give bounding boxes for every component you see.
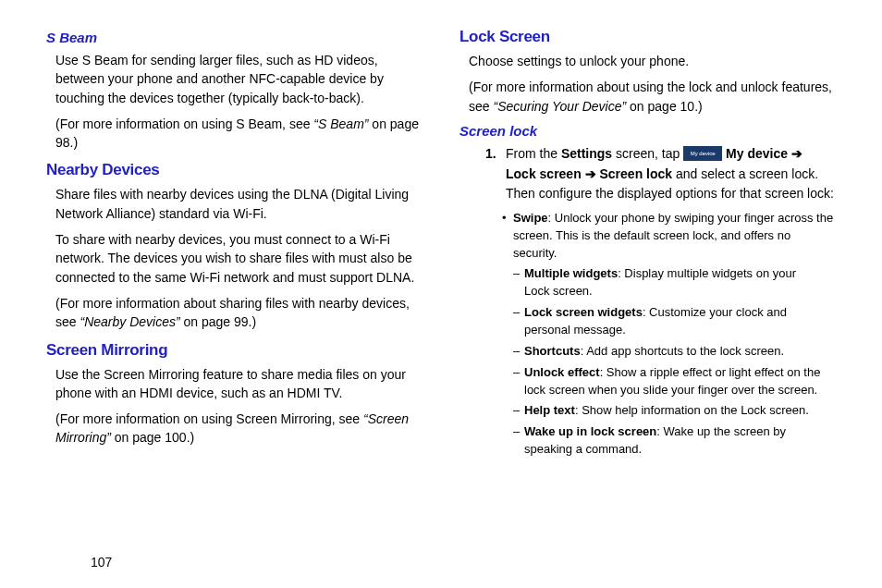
dash-marker: – bbox=[513, 402, 524, 420]
label: Swipe bbox=[513, 211, 548, 225]
text: on page 100.) bbox=[111, 430, 194, 445]
dash-marker: – bbox=[513, 423, 524, 459]
step-body: From the Settings screen, tap My device … bbox=[506, 144, 836, 204]
label: Lock screen widgets bbox=[524, 305, 643, 319]
mirror-p1: Use the Screen Mirroring feature to shar… bbox=[55, 365, 423, 403]
dash-marker: – bbox=[513, 265, 524, 300]
label: Multiple widgets bbox=[524, 266, 618, 280]
dash-marker: – bbox=[513, 304, 524, 339]
bullet-swipe: • Swipe: Unlock your phone by swiping yo… bbox=[502, 210, 836, 263]
text: on page 99.) bbox=[180, 314, 257, 329]
text: (For more information on using S Beam, s… bbox=[55, 116, 313, 131]
left-column: S Beam Use S Beam for sending larger fil… bbox=[46, 28, 423, 462]
label-settings: Settings bbox=[561, 146, 612, 161]
label: Unlock effect bbox=[524, 365, 600, 379]
nearby-p2: To share with nearby devices, you must c… bbox=[55, 230, 423, 287]
sbeam-p2: (For more information on using S Beam, s… bbox=[55, 115, 423, 153]
text: : Show help information on the Lock scre… bbox=[575, 403, 809, 417]
page-columns: S Beam Use S Beam for sending larger fil… bbox=[46, 28, 836, 462]
text: : Add app shortcuts to the lock screen. bbox=[581, 344, 784, 358]
mirror-p2: (For more information on using Screen Mi… bbox=[55, 410, 423, 447]
text: : Unlock your phone by swiping your fing… bbox=[513, 211, 833, 260]
bullet-body: Swipe: Unlock your phone by swiping your… bbox=[513, 210, 836, 263]
xref-s-beam: “S Beam” bbox=[313, 116, 368, 131]
step-number: 1. bbox=[485, 144, 506, 204]
text: (For more information on using Screen Mi… bbox=[55, 411, 363, 426]
dash-lock-screen-widgets: – Lock screen widgets: Customize your cl… bbox=[513, 304, 836, 339]
xref-nearby-devices: “Nearby Devices” bbox=[80, 314, 179, 329]
heading-screen-mirroring: Screen Mirroring bbox=[46, 341, 423, 360]
my-device-icon: My device bbox=[683, 146, 722, 161]
dash-marker: – bbox=[513, 364, 524, 399]
label: Help text bbox=[524, 403, 575, 417]
bullet-marker: • bbox=[502, 210, 513, 263]
step-1: 1. From the Settings screen, tap My devi… bbox=[485, 144, 836, 204]
dash-body: Shortcuts: Add app shortcuts to the lock… bbox=[524, 343, 836, 361]
label: Shortcuts bbox=[524, 344, 581, 358]
label: Wake up in lock screen bbox=[524, 424, 656, 438]
dash-body: Wake up in lock screen: Wake up the scre… bbox=[524, 423, 836, 459]
nearby-p3: (For more information about sharing file… bbox=[55, 294, 423, 332]
heading-lock-screen: Lock Screen bbox=[459, 28, 836, 46]
dash-body: Lock screen widgets: Customize your cloc… bbox=[524, 304, 836, 339]
dash-help-text: – Help text: Show help information on th… bbox=[513, 402, 836, 420]
right-column: Lock Screen Choose settings to unlock yo… bbox=[459, 28, 836, 462]
heading-s-beam: S Beam bbox=[46, 30, 423, 45]
dash-shortcuts: – Shortcuts: Add app shortcuts to the lo… bbox=[513, 343, 836, 361]
dash-body: Multiple widgets: Display multiple widge… bbox=[524, 265, 836, 300]
page-number: 107 bbox=[91, 555, 112, 570]
heading-screen-lock: Screen lock bbox=[459, 123, 836, 139]
nearby-p1: Share files with nearby devices using th… bbox=[55, 185, 423, 223]
text: on page 10.) bbox=[626, 99, 703, 114]
text: screen, tap bbox=[612, 146, 683, 161]
dash-marker: – bbox=[513, 343, 524, 361]
dash-body: Help text: Show help information on the … bbox=[524, 402, 836, 420]
text: From the bbox=[506, 146, 561, 161]
heading-nearby-devices: Nearby Devices bbox=[46, 161, 423, 179]
icon-label: My device bbox=[691, 151, 716, 156]
dash-multiple-widgets: – Multiple widgets: Display multiple wid… bbox=[513, 265, 836, 300]
dash-unlock-effect: – Unlock effect: Show a ripple effect or… bbox=[513, 364, 836, 399]
dash-body: Unlock effect: Show a ripple effect or l… bbox=[524, 364, 836, 399]
lock-p1: Choose settings to unlock your phone. bbox=[469, 52, 836, 70]
xref-securing-your-device: “Securing Your Device” bbox=[493, 99, 626, 114]
dash-wake-up: – Wake up in lock screen: Wake up the sc… bbox=[513, 423, 836, 459]
lock-p2: (For more information about using the lo… bbox=[469, 78, 836, 116]
sbeam-p1: Use S Beam for sending larger files, suc… bbox=[55, 51, 423, 107]
